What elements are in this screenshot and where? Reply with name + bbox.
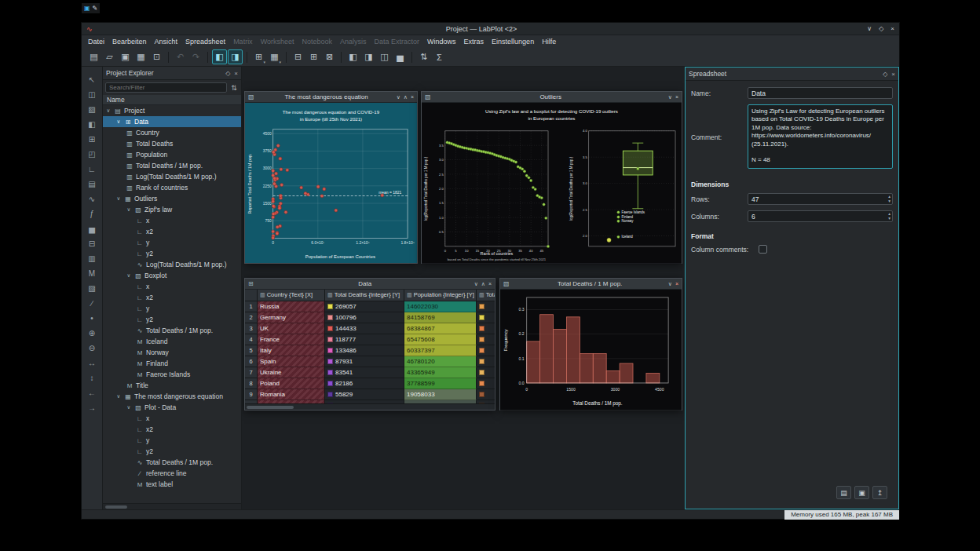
subwindow-titlebar[interactable]: ▧ Total Deaths / 1 M pop. ∨ × <box>500 279 682 290</box>
row-number[interactable]: 5 <box>245 345 258 356</box>
population-cell[interactable]: 43365949 <box>404 367 477 378</box>
insert-column-right-button[interactable]: ◨ <box>361 49 376 64</box>
remove-row-button[interactable]: ⊠ <box>322 49 337 64</box>
country-cell[interactable]: Poland <box>258 378 325 389</box>
shift-right-icon[interactable]: → <box>85 400 100 415</box>
spin-down-icon[interactable]: ▾ <box>888 216 890 221</box>
minimize-button[interactable]: ∨ <box>867 25 872 32</box>
plot-data-button[interactable]: ▅ <box>393 49 408 64</box>
toolbar-separator[interactable] <box>165 49 172 64</box>
search-input[interactable] <box>105 82 227 93</box>
add-boxplot-icon[interactable]: ⊟ <box>85 236 100 251</box>
tree-item[interactable]: ∿ Total Deaths / 1M pop. <box>103 457 241 468</box>
add-xy-curve-icon[interactable]: ∿ <box>85 192 100 206</box>
auto-scale-y-icon[interactable]: ↕ <box>85 370 100 385</box>
zoom-select-tool-icon[interactable]: ◫ <box>85 87 100 102</box>
histogram-canvas[interactable]: 0.00.10.20.30150030004500Total Deaths / … <box>500 290 682 411</box>
table-row[interactable]: 3 UK 144433 68384867 <box>245 323 495 334</box>
column-header[interactable]: ▥ Total Deaths / 1M pop. <box>477 290 495 301</box>
tree-item[interactable]: ▥ Log(Total Deaths/1 M pop.) <box>103 171 241 182</box>
close-dock-button[interactable]: × <box>234 70 238 77</box>
tree-item[interactable]: ∨ ▧ Boxplot <box>103 270 241 281</box>
close-button[interactable]: × <box>488 281 492 287</box>
horizontal-scrollbar[interactable] <box>245 403 495 410</box>
deaths-per-1m-cell[interactable] <box>477 323 495 334</box>
total-deaths-cell[interactable]: 269057 <box>325 301 404 312</box>
tree-item[interactable]: ∕ reference line <box>103 468 241 479</box>
add-plot-icon[interactable]: ▧ <box>85 102 100 117</box>
menu-item[interactable]: Notebook <box>298 35 336 48</box>
scatter-plot-canvas[interactable]: The most dangerous equation and COVID-19… <box>245 103 417 263</box>
tree-item[interactable]: M Finland <box>103 358 241 369</box>
new-project-button[interactable]: ▤ <box>86 49 101 64</box>
tree-item[interactable]: ∟ y2 <box>103 248 241 259</box>
table-row[interactable]: 6 Spain 87931 46780120 <box>245 356 495 367</box>
tree-item[interactable]: ▥ Rank of countries <box>103 182 241 193</box>
tree-item[interactable]: ∿ Log(Total Deaths/1 M pop.) <box>103 259 241 270</box>
tree-item[interactable]: M Norway <box>103 347 241 358</box>
tree-item[interactable]: ∟ y2 <box>103 314 241 325</box>
close-button[interactable]: × <box>411 94 414 100</box>
spin-down-icon[interactable]: ▾ <box>888 199 890 203</box>
deaths-per-1m-cell[interactable] <box>477 389 495 400</box>
menu-item[interactable]: Matrix <box>229 35 257 48</box>
expander-icon[interactable]: ∨ <box>126 206 132 213</box>
add-histogram-icon[interactable]: ▅ <box>85 221 100 236</box>
deaths-per-1m-cell[interactable] <box>477 378 495 389</box>
shift-left-icon[interactable]: ← <box>85 385 100 400</box>
add-equation-curve-icon[interactable]: ƒ <box>85 206 100 221</box>
tree-item[interactable]: ∨ ▦ Outliers <box>103 193 241 204</box>
auto-scale-x-icon[interactable]: ↔ <box>85 356 100 370</box>
subwindow-titlebar[interactable]: ▧ The most dangerous equation ∨ ∧ × <box>245 92 417 103</box>
add-plot-four-axes-icon[interactable]: ⊞ <box>85 132 100 147</box>
total-deaths-cell[interactable]: 87931 <box>325 356 404 367</box>
close-button[interactable]: × <box>675 94 678 100</box>
population-cell[interactable]: 84158769 <box>404 312 477 323</box>
menu-item[interactable]: Bearbeiten <box>108 35 151 48</box>
comment-field[interactable]: Using Zipf's Law for detecting European … <box>748 104 893 169</box>
rows-spinner[interactable] <box>748 193 893 205</box>
table-row[interactable]: 1 Russia 269057 146022030 <box>245 301 495 312</box>
toolbar-separator[interactable] <box>283 49 290 64</box>
toolbar-separator[interactable] <box>408 49 415 64</box>
menu-item[interactable]: Worksheet <box>257 35 298 48</box>
shade-button[interactable]: ∨ <box>397 94 400 100</box>
menu-item[interactable]: Ansicht <box>151 35 182 48</box>
row-number[interactable]: 2 <box>245 312 258 323</box>
tree-item[interactable]: ∨ ▦ The most dangerous equation <box>103 391 241 402</box>
tree-item[interactable]: ▥ Total Deaths <box>103 138 241 149</box>
country-cell[interactable]: Russia <box>258 301 325 312</box>
column-header[interactable]: ▥ Country {Text} [X] <box>258 290 325 301</box>
menu-item[interactable]: Extras <box>460 35 488 48</box>
row-number[interactable]: 6 <box>245 356 258 367</box>
menu-item[interactable]: Windows <box>423 35 460 48</box>
export-button[interactable]: ↥ <box>872 486 887 499</box>
table-row[interactable]: 7 Ukraine 83541 43365949 <box>245 367 495 378</box>
add-legend-icon[interactable]: ▤ <box>85 177 100 192</box>
scrollbar-thumb[interactable] <box>247 406 294 409</box>
deaths-per-1m-cell[interactable] <box>477 345 495 356</box>
population-cell[interactable]: 146022030 <box>404 301 477 312</box>
tree-item[interactable]: M Title <box>103 380 241 391</box>
tree-item[interactable]: ∟ y <box>103 303 241 314</box>
print-preview-button[interactable]: ⊡ <box>149 49 164 64</box>
add-plot-template-icon[interactable]: ◰ <box>85 147 100 162</box>
tree-item[interactable]: ∨ ▧ Zipf's law <box>103 204 241 215</box>
tree-item[interactable]: ∟ x2 <box>103 292 241 303</box>
sort-button[interactable]: ⇅ <box>416 49 431 64</box>
country-cell[interactable]: Romania <box>258 389 325 400</box>
shade-button[interactable]: ∨ <box>668 281 672 287</box>
row-number[interactable]: 4 <box>245 334 258 345</box>
insert-row-below-button[interactable]: ⊞ <box>306 49 321 64</box>
toolbar-separator[interactable] <box>204 49 211 64</box>
deaths-per-1m-cell[interactable] <box>477 301 495 312</box>
tree-item[interactable]: M text label <box>103 479 241 490</box>
shade-button[interactable]: ∨ <box>474 281 478 287</box>
add-axis-icon[interactable]: ∟ <box>85 162 100 177</box>
table-row[interactable]: 2 Germany 100796 84158769 <box>245 312 495 323</box>
tree-item[interactable]: ∨ ▧ Plot - Data <box>103 402 241 413</box>
template-gallery-button[interactable]: ▤ <box>836 486 851 499</box>
table-row[interactable]: 5 Italy 133486 60337397 <box>245 345 495 356</box>
total-deaths-cell[interactable]: 83541 <box>325 367 404 378</box>
country-cell[interactable]: France <box>258 334 325 345</box>
